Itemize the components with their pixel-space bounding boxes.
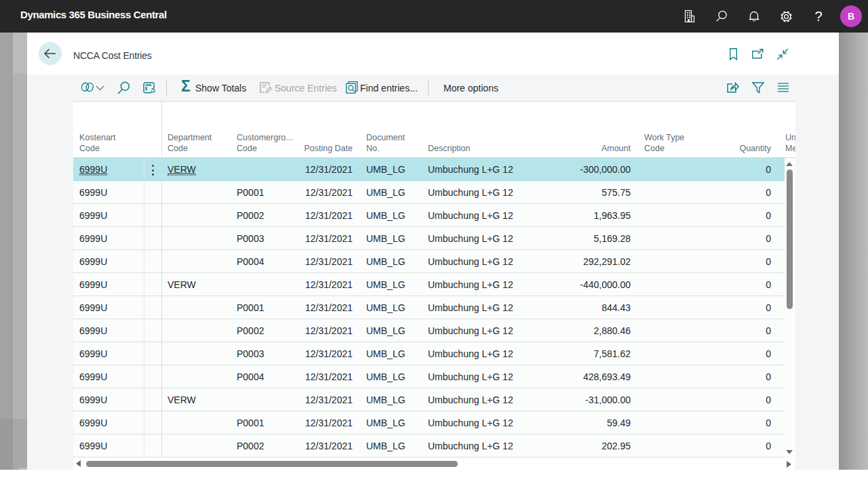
svg-text:?: ? bbox=[814, 9, 822, 24]
